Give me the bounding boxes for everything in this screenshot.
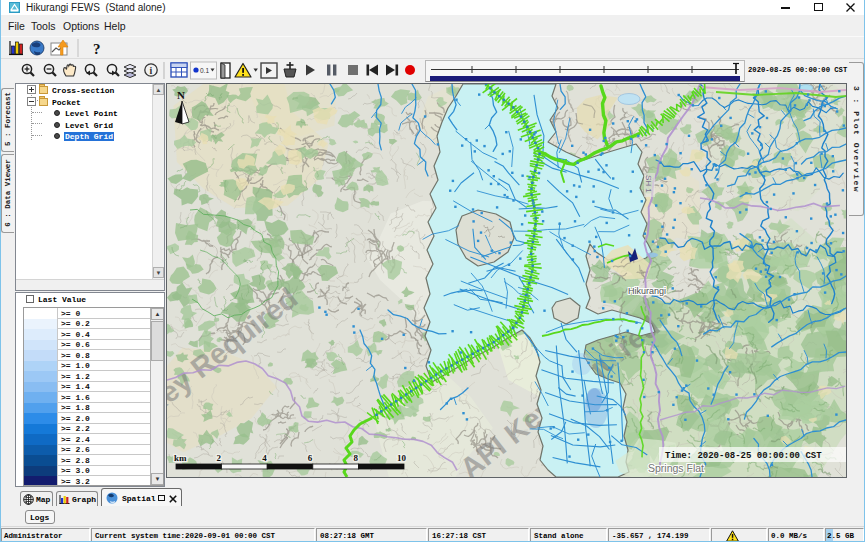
svg-text:4: 4 <box>262 453 267 463</box>
svg-text:8: 8 <box>353 453 358 463</box>
svg-text:km: km <box>174 453 187 463</box>
svg-text:6: 6 <box>308 453 313 463</box>
svg-text:Hikurangi: Hikurangi <box>628 286 666 296</box>
svg-text:N: N <box>177 89 185 101</box>
svg-text:10: 10 <box>397 453 407 463</box>
svg-text:Time: 2020-08-25 00:00:00 CST: Time: 2020-08-25 00:00:00 CST <box>665 451 822 461</box>
svg-text:i: i <box>150 65 153 76</box>
svg-text:0.1: 0.1 <box>200 67 209 74</box>
svg-text:2: 2 <box>217 453 222 463</box>
svg-text:Springs Flat: Springs Flat <box>648 462 704 474</box>
svg-text:?: ? <box>93 41 101 57</box>
svg-text:SH 1: SH 1 <box>644 175 653 193</box>
